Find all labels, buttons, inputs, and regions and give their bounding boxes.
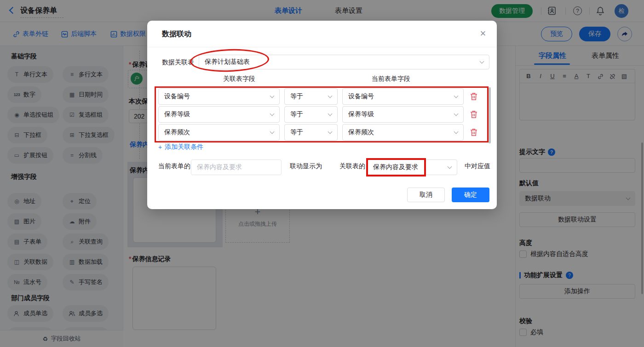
linkage-display-text: 联动显示为	[290, 162, 322, 171]
modal-title: 数据联动	[162, 29, 191, 39]
plus-icon: +	[158, 143, 162, 151]
chevron-down-icon	[480, 59, 484, 64]
modal-scrollbar[interactable]	[489, 87, 491, 143]
divider	[147, 47, 497, 47]
chevron-down-icon	[448, 165, 452, 169]
current-form-prefix: 当前表单的	[158, 162, 190, 171]
column-header-left: 关联表字段	[193, 75, 285, 83]
cancel-button[interactable]: 取消	[407, 188, 445, 202]
close-icon[interactable]: ×	[477, 27, 489, 40]
app-root: 设备保养单 表单设计 表单设置 数据管理 ? 检 表单外链 后端脚本 数据权限 …	[0, 0, 644, 347]
annotation-rect-conditions	[155, 86, 489, 142]
corresponding-value-suffix: 中对应值	[465, 162, 490, 171]
column-header-right: 当前表单字段	[345, 75, 437, 83]
confirm-button[interactable]: 确定	[452, 188, 489, 202]
annotation-rect-display-field	[366, 158, 426, 176]
relation-table-prefix: 关联表的	[339, 162, 365, 171]
current-form-field-input[interactable]: 保养内容及要求	[191, 159, 282, 175]
relation-table-label: 数据关联表	[162, 58, 194, 67]
add-condition-link[interactable]: + 添加关联条件	[158, 143, 203, 151]
